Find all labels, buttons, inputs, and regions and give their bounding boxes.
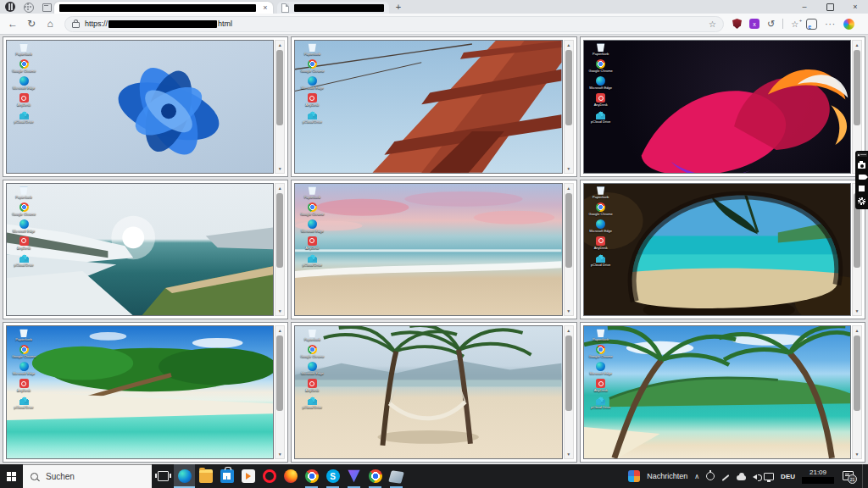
copilot-icon[interactable] xyxy=(843,19,854,30)
scroll-down-icon[interactable]: ▼ xyxy=(853,450,861,458)
remote-desktop-sunset-beach[interactable]: PapierkorbGoogle ChromeMicrosoft EdgeAny… xyxy=(291,180,576,320)
desktop-icon-red-app[interactable]: AnyDesk xyxy=(9,379,38,392)
scroll-thumb[interactable] xyxy=(854,336,860,411)
tray-pen-icon[interactable] xyxy=(722,474,730,481)
desktop-icon-cloud-app[interactable]: pCloud Drive xyxy=(9,110,38,124)
remote-desktop-hammock-palms[interactable]: PapierkorbGoogle ChromeMicrosoft EdgeAny… xyxy=(291,322,576,463)
desktop-icon-edge[interactable]: Microsoft Edge xyxy=(9,362,38,375)
desktop-icon-cloud-app[interactable]: pCloud Drive xyxy=(9,253,38,267)
taskbar-app-opera[interactable] xyxy=(259,464,280,488)
taskbar-search[interactable] xyxy=(23,464,152,488)
taskbar-app-store[interactable] xyxy=(216,464,237,488)
taskbar-app-triangle-app[interactable] xyxy=(343,464,364,488)
screenshot-camera-icon[interactable] xyxy=(858,163,865,169)
desktop-icon-chrome[interactable]: Google Chrome xyxy=(9,59,38,73)
desktop-icon-chrome[interactable]: Google Chrome xyxy=(587,202,615,216)
desktop-icon-cloud-app[interactable]: pCloud Drive xyxy=(587,110,615,124)
remote-desktop-tropical-beach[interactable]: PapierkorbGoogle ChromeMicrosoft EdgeAny… xyxy=(3,322,288,463)
desktop-icon-red-app[interactable]: AnyDesk xyxy=(9,236,38,250)
desktop-icon-red-app[interactable]: AnyDesk xyxy=(587,93,615,107)
desktop-icon-recycle-bin[interactable]: Papierkorb xyxy=(9,42,38,56)
action-center-button[interactable]: 21 xyxy=(843,470,855,482)
taskbar-app-firefox[interactable] xyxy=(280,464,301,488)
scroll-up-icon[interactable]: ▲ xyxy=(565,41,573,49)
desktop-icon-red-app[interactable]: AnyDesk xyxy=(298,379,326,392)
maximize-button[interactable] xyxy=(817,0,843,14)
onedrive-cloud-icon[interactable] xyxy=(737,475,746,480)
desktop-icon-chrome[interactable]: Google Chrome xyxy=(298,202,326,216)
desktop-icon-red-app[interactable]: AnyDesk xyxy=(587,236,615,250)
cell-scrollbar[interactable]: ▲▼ xyxy=(275,325,285,459)
desktop-icon-red-app[interactable]: AnyDesk xyxy=(298,236,326,250)
capture-settings-gear-icon[interactable] xyxy=(858,197,865,205)
adblock-shield-icon[interactable] xyxy=(732,19,742,29)
new-tab-button[interactable]: + xyxy=(392,1,404,13)
desktop-icon-edge[interactable]: Microsoft Edge xyxy=(587,362,615,375)
remote-desktop-cave-to-beach[interactable]: PapierkorbGoogle ChromeMicrosoft EdgeAny… xyxy=(580,180,865,320)
cell-scrollbar[interactable]: ▲▼ xyxy=(275,183,285,317)
cell-scrollbar[interactable]: ▲▼ xyxy=(275,40,285,174)
desktop-icon-cloud-app[interactable]: pCloud Drive xyxy=(9,396,38,409)
tray-clock[interactable]: 21:09 xyxy=(802,469,834,484)
remote-desktop-palm-bay[interactable]: PapierkorbGoogle ChromeMicrosoft EdgeAny… xyxy=(580,322,865,463)
scroll-up-icon[interactable]: ▲ xyxy=(853,326,861,335)
taskbar-app-skype[interactable]: S xyxy=(322,464,343,488)
desktop-icon-chrome[interactable]: Google Chrome xyxy=(9,345,38,358)
scroll-down-icon[interactable]: ▼ xyxy=(565,164,573,173)
desktop-icon-cloud-app[interactable]: pCloud Drive xyxy=(298,396,326,409)
scroll-thumb[interactable] xyxy=(565,193,572,269)
desktop-icon-recycle-bin[interactable]: Papierkorb xyxy=(298,42,326,56)
scroll-thumb[interactable] xyxy=(276,50,283,125)
tab-close-icon[interactable]: × xyxy=(261,3,270,12)
home-icon[interactable]: ⌂ xyxy=(41,18,59,30)
network-display-icon[interactable] xyxy=(764,473,774,480)
desktop-icon-cloud-app[interactable]: pCloud Drive xyxy=(587,396,615,409)
scroll-down-icon[interactable]: ▼ xyxy=(275,450,284,458)
add-favorite-icon[interactable]: ☆ xyxy=(791,19,798,29)
desktop-icon-edge[interactable]: Microsoft Edge xyxy=(298,362,326,375)
desktop-icon-red-app[interactable]: AnyDesk xyxy=(9,93,38,107)
remote-desktop-dark-abstract-bloom[interactable]: PapierkorbGoogle ChromeMicrosoft EdgeAny… xyxy=(580,36,865,177)
taskbar-app-edge[interactable] xyxy=(174,464,195,488)
start-button[interactable] xyxy=(0,464,23,488)
browser-tab-active[interactable]: × xyxy=(54,2,273,14)
tray-clock-app-icon[interactable] xyxy=(706,472,715,480)
back-icon[interactable]: ← xyxy=(3,18,22,30)
cell-scrollbar[interactable]: ▲▼ xyxy=(564,183,574,317)
desktop-icon-edge[interactable]: Microsoft Edge xyxy=(298,76,326,90)
taskbar-app-chrome-beta[interactable] xyxy=(364,464,386,488)
desktop-icon-edge[interactable]: Microsoft Edge xyxy=(587,219,615,233)
desktop-icon-chrome[interactable]: Google Chrome xyxy=(9,202,38,216)
hidden-icons-chevron[interactable]: ∧ xyxy=(694,473,699,480)
scroll-thumb[interactable] xyxy=(276,336,283,411)
refresh-icon[interactable]: ↻ xyxy=(22,18,41,30)
cell-scrollbar[interactable]: ▲▼ xyxy=(564,40,574,174)
desktop-icon-cloud-app[interactable]: pCloud Drive xyxy=(298,253,326,267)
scroll-up-icon[interactable]: ▲ xyxy=(565,184,573,192)
search-input[interactable] xyxy=(44,471,141,482)
address-bar[interactable]: https:// html ☆ xyxy=(64,16,724,32)
favorite-star-icon[interactable]: ☆ xyxy=(709,19,716,29)
scroll-thumb[interactable] xyxy=(854,50,860,125)
scroll-down-icon[interactable]: ▼ xyxy=(565,450,573,458)
desktop-icon-chrome[interactable]: Google Chrome xyxy=(298,345,326,358)
split-screen-icon[interactable] xyxy=(806,19,817,30)
scroll-up-icon[interactable]: ▲ xyxy=(275,184,284,192)
remote-desktop-golden-gate-bridge[interactable]: PapierkorbGoogle ChromeMicrosoft EdgeAny… xyxy=(291,36,576,177)
scroll-thumb[interactable] xyxy=(565,50,572,125)
show-desktop-strip[interactable] xyxy=(862,464,865,488)
record-video-icon[interactable] xyxy=(859,175,865,180)
volume-icon[interactable] xyxy=(753,474,757,480)
scroll-down-icon[interactable]: ▼ xyxy=(275,307,284,315)
settings-more-icon[interactable]: ··· xyxy=(825,19,836,29)
lock-icon[interactable] xyxy=(72,22,80,28)
scroll-down-icon[interactable]: ▼ xyxy=(275,164,284,173)
purple-extension-icon[interactable]: x xyxy=(749,19,760,29)
desktop-icon-cloud-app[interactable]: pCloud Drive xyxy=(587,253,615,267)
scroll-thumb[interactable] xyxy=(565,336,572,411)
desktop-icon-recycle-bin[interactable]: Papierkorb xyxy=(587,42,615,56)
cell-scrollbar[interactable]: ▲▼ xyxy=(564,325,574,459)
desktop-icon-chrome[interactable]: Google Chrome xyxy=(587,345,615,358)
desktop-icon-recycle-bin[interactable]: Papierkorb xyxy=(9,186,38,199)
keyboard-language[interactable]: DEU xyxy=(781,473,795,480)
